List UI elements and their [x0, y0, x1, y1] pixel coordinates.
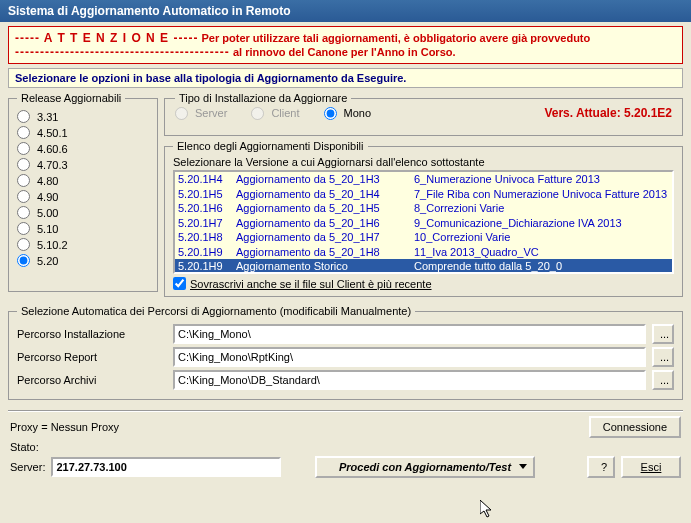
list-item[interactable]: 5.20.1H4Aggiornamento da 5_20_1H36_Numer… — [175, 172, 672, 187]
tipo-fieldset: Tipo di Installazione da Aggiornare Serv… — [164, 92, 683, 136]
radio-mono[interactable]: Mono — [324, 107, 372, 120]
connection-button[interactable]: Connessione — [589, 416, 681, 438]
report-browse-button[interactable]: ... — [652, 347, 674, 367]
release-radio-4.50.1[interactable]: 4.50.1 — [17, 126, 149, 139]
select-instruction: Selezionare le opzioni in base alla tipo… — [8, 68, 683, 88]
separator — [8, 410, 683, 412]
paths-fieldset: Selezione Automatica dei Percorsi di Agg… — [8, 305, 683, 400]
release-radio-4.90[interactable]: 4.90 — [17, 190, 149, 203]
report-label: Percorso Report — [17, 351, 167, 363]
release-radio-5.20[interactable]: 5.20 — [17, 254, 149, 267]
release-radio-4.70.3[interactable]: 4.70.3 — [17, 158, 149, 171]
attention-dashes: ----------------------------------------… — [15, 45, 230, 59]
elenco-subtitle: Selezionare la Versione a cui Aggiornars… — [173, 156, 674, 168]
elenco-fieldset: Elenco degli Aggiornamenti Disponibili S… — [164, 140, 683, 297]
archivi-label: Percorso Archivi — [17, 374, 167, 386]
radio-server: Server — [175, 107, 227, 120]
release-radio-5.00[interactable]: 5.00 — [17, 206, 149, 219]
install-browse-button[interactable]: ... — [652, 324, 674, 344]
release-radio-5.10[interactable]: 5.10 — [17, 222, 149, 235]
help-button[interactable]: ? — [587, 456, 615, 478]
release-radio-4.60.6[interactable]: 4.60.6 — [17, 142, 149, 155]
attention-head: ----- A T T E N Z I O N E ----- — [15, 31, 198, 45]
release-radio-4.80[interactable]: 4.80 — [17, 174, 149, 187]
attention-text1: Per poter utilizzare tali aggiornamenti,… — [201, 32, 590, 44]
overwrite-label: Sovrascrivi anche se il file sul Client … — [190, 278, 432, 290]
list-item[interactable]: 5.20.1H6Aggiornamento da 5_20_1H58_Corre… — [175, 201, 672, 216]
version-label: Vers. Attuale: 5.20.1E2 — [544, 106, 672, 120]
releases-fieldset: Release Aggiornabili 3.314.50.14.60.64.7… — [8, 92, 158, 292]
archivi-input[interactable] — [173, 370, 646, 390]
select-instruction-text: Selezionare le opzioni in base alla tipo… — [15, 72, 406, 84]
attention-banner: ----- A T T E N Z I O N E ----- Per pote… — [8, 26, 683, 64]
server-input[interactable] — [51, 457, 281, 477]
attention-text2: al rinnovo del Canone per l'Anno in Cors… — [233, 46, 456, 58]
install-input[interactable] — [173, 324, 646, 344]
list-item[interactable]: 5.20.1H9Aggiornamento da 5_20_1H811_Iva … — [175, 245, 672, 260]
cursor-icon — [480, 500, 496, 520]
procedi-button[interactable]: Procedi con Aggiornamento/Test — [315, 456, 535, 478]
tipo-legend: Tipo di Installazione da Aggiornare — [175, 92, 351, 104]
install-label: Percorso Installazione — [17, 328, 167, 340]
list-item[interactable]: 5.20.1H8Aggiornamento da 5_20_1H710_Corr… — [175, 230, 672, 245]
release-radio-3.31[interactable]: 3.31 — [17, 110, 149, 123]
proxy-label: Proxy = Nessun Proxy — [10, 421, 119, 433]
release-radio-5.10.2[interactable]: 5.10.2 — [17, 238, 149, 251]
stato-label: Stato: — [10, 441, 39, 453]
report-input[interactable] — [173, 347, 646, 367]
server-label: Server: — [10, 461, 45, 473]
archivi-browse-button[interactable]: ... — [652, 370, 674, 390]
list-item[interactable]: 5.20.1H9Aggiornamento StoricoComprende t… — [175, 259, 672, 274]
esci-button[interactable]: Esci — [621, 456, 681, 478]
updates-listbox[interactable]: 5.20.1H4Aggiornamento da 5_20_1H36_Numer… — [173, 170, 674, 274]
list-item[interactable]: 5.20.1H7Aggiornamento da 5_20_1H69_Comun… — [175, 216, 672, 231]
elenco-legend: Elenco degli Aggiornamenti Disponibili — [173, 140, 368, 152]
overwrite-checkbox[interactable] — [173, 277, 186, 290]
radio-client: Client — [251, 107, 299, 120]
window-title: Sistema di Aggiornamento Automatico in R… — [0, 0, 691, 22]
paths-legend: Selezione Automatica dei Percorsi di Agg… — [17, 305, 415, 317]
releases-legend: Release Aggiornabili — [17, 92, 125, 104]
list-item[interactable]: 5.20.1H5Aggiornamento da 5_20_1H47_File … — [175, 187, 672, 202]
